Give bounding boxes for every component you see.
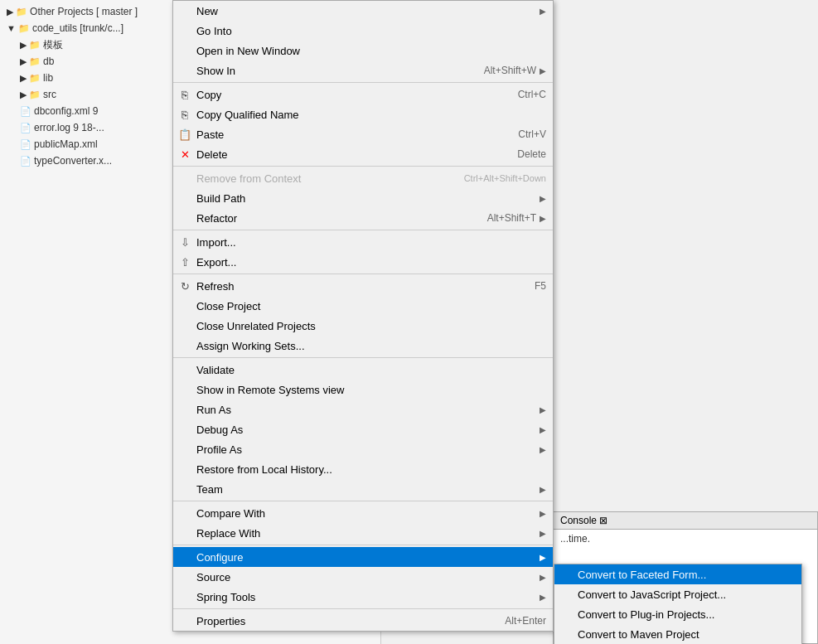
menu-item-remove-label: Remove from Context [196,172,448,185]
menu-item-team-label: Team [196,483,536,496]
menu-item-run-as[interactable]: Run As ▶ [173,399,553,419]
submenu-arrow: ▶ [540,593,546,602]
menu-item-export-label: Export... [196,256,546,269]
menu-item-refactor-label: Refactor [196,212,471,225]
console-tab-label: Console ⊠ [560,515,607,526]
menu-item-properties[interactable]: Properties Alt+Enter [173,611,553,631]
tree-item-errorlog[interactable]: 📄 error.log 9 18-... [0,119,166,136]
submenu-javascript-label: Convert to JavaScript Project... [578,588,795,601]
menu-item-remove-context: Remove from Context Ctrl+Alt+Shift+Down [173,168,553,188]
submenu-item-javascript[interactable]: Convert to JavaScript Project... [554,584,801,604]
copy-icon: ⎘ [177,89,193,101]
menu-item-delete[interactable]: ✕ Delete Delete [173,144,553,164]
menu-item-source[interactable]: Source ▶ [173,567,553,587]
project-tree: ▶ 📁 Other Projects [ master ] ▼ 📁 code_u… [0,0,166,172]
menu-item-copy[interactable]: ⎘ Copy Ctrl+C [173,85,553,104]
menu-item-spring-tools[interactable]: Spring Tools ▶ [173,587,553,607]
menu-item-show-in-shortcut: Alt+Shift+W [484,65,536,76]
menu-item-compare-label: Compare With [196,507,536,520]
menu-item-remove-shortcut: Ctrl+Alt+Shift+Down [464,173,546,183]
menu-item-new[interactable]: New ▶ [173,1,553,21]
export-icon: ⇧ [177,256,193,269]
menu-item-close-unrelated[interactable]: Close Unrelated Projects [173,316,553,336]
delete-icon: ✕ [177,148,193,161]
menu-item-show-remote-label: Show in Remote Systems view [196,384,546,396]
tree-item-other-projects[interactable]: ▶ 📁 Other Projects [ master ] [0,3,166,20]
separator-4 [173,274,553,274]
menu-item-refactor-shortcut: Alt+Shift+T [487,212,536,224]
tree-item-dbconfig[interactable]: 📄 dbconfig.xml 9 [0,103,166,119]
tree-item-src[interactable]: ▶ 📁 src [0,86,166,103]
menu-item-import[interactable]: ⇩ Import... [173,232,553,252]
folder-icon: ▶ 📁 [20,90,41,100]
folder-icon: ▶ 📁 [7,7,27,17]
menu-item-refresh-shortcut: F5 [535,280,546,292]
menu-item-compare-with[interactable]: Compare With ▶ [173,503,553,523]
submenu-item-plugin[interactable]: Convert to Plug-in Projects... [554,604,801,624]
menu-item-validate[interactable]: Validate [173,360,553,380]
submenu-arrow: ▶ [540,194,546,203]
tree-item-lib[interactable]: ▶ 📁 lib [0,70,166,86]
context-menu: New ▶ Go Into Open in New Window Show In… [172,0,554,632]
separator-3 [173,230,553,230]
separator-5 [173,357,553,358]
menu-item-profile-as-label: Profile As [196,443,536,456]
submenu-item-faceted[interactable]: Convert to Faceted Form... [554,564,801,584]
menu-item-restore-history[interactable]: Restore from Local History... [173,459,553,479]
menu-item-delete-shortcut: Delete [517,148,546,160]
submenu-arrow: ▶ [540,405,546,414]
configure-submenu: Convert to Faceted Form... Convert to Ja… [554,564,802,644]
menu-item-close-project[interactable]: Close Project [173,296,553,316]
submenu-item-maven[interactable]: Convert to Maven Project [554,624,801,644]
file-icon: 📄 [20,123,31,133]
menu-item-replace-label: Replace With [196,527,536,540]
menu-item-debug-as-label: Debug As [196,424,536,436]
menu-item-assign-working-sets[interactable]: Assign Working Sets... [173,336,553,356]
menu-item-open-new-window[interactable]: Open in New Window [173,41,553,61]
menu-item-export[interactable]: ⇧ Export... [173,252,553,272]
menu-item-profile-as[interactable]: Profile As ▶ [173,439,553,459]
submenu-arrow: ▶ [540,445,546,454]
menu-item-source-label: Source [196,571,536,583]
menu-item-debug-as[interactable]: Debug As ▶ [173,419,553,439]
menu-item-replace-with[interactable]: Replace With ▶ [173,523,553,543]
console-tab[interactable]: Console ⊠ [554,512,817,530]
menu-item-configure[interactable]: Configure ▶ [173,547,553,567]
folder-open-icon: ▼ 📁 [7,23,30,34]
menu-item-build-path[interactable]: Build Path ▶ [173,188,553,208]
tree-item-templates[interactable]: ▶ 📁 模板 [0,36,166,53]
submenu-arrow: ▶ [540,66,546,75]
menu-item-restore-label: Restore from Local History... [196,463,546,476]
submenu-maven-label: Convert to Maven Project [578,628,795,641]
tree-item-publicmap[interactable]: 📄 publicMap.xml [0,136,166,153]
menu-item-paste[interactable]: 📋 Paste Ctrl+V [173,124,553,144]
folder-icon: ▶ 📁 [20,56,41,67]
menu-item-new-label: New [196,5,536,17]
menu-item-show-in-label: Show In [196,65,467,77]
menu-item-copy-label: Copy [196,89,501,101]
separator-1 [173,82,553,83]
menu-item-team[interactable]: Team ▶ [173,479,553,499]
menu-item-paste-shortcut: Ctrl+V [518,128,546,140]
menu-item-go-into[interactable]: Go Into [173,21,553,41]
menu-item-show-in[interactable]: Show In Alt+Shift+W ▶ [173,61,553,80]
submenu-arrow: ▶ [540,214,546,223]
folder-icon: ▶ 📁 [20,40,41,51]
submenu-arrow: ▶ [540,509,546,518]
menu-item-refactor[interactable]: Refactor Alt+Shift+T ▶ [173,208,553,228]
submenu-arrow: ▶ [540,485,546,494]
tree-item-code-utils[interactable]: ▼ 📁 code_utils [trunk/c...] [0,20,166,36]
menu-item-copy-qualified-name[interactable]: ⎘ Copy Qualified Name [173,104,553,124]
menu-item-paste-label: Paste [196,128,501,141]
separator-2 [173,166,553,167]
separator-6 [173,501,553,501]
menu-item-show-remote[interactable]: Show in Remote Systems view [173,380,553,399]
tree-item-typeconverter[interactable]: 📄 typeConverter.x... [0,153,166,169]
menu-item-refresh[interactable]: ↻ Refresh F5 [173,276,553,296]
menu-item-copy-qualified-label: Copy Qualified Name [196,109,546,121]
menu-item-delete-label: Delete [196,148,501,161]
menu-item-validate-label: Validate [196,364,546,376]
tree-item-db[interactable]: ▶ 📁 db [0,53,166,70]
paste-icon: 📋 [177,128,193,141]
refresh-icon: ↻ [177,280,193,293]
